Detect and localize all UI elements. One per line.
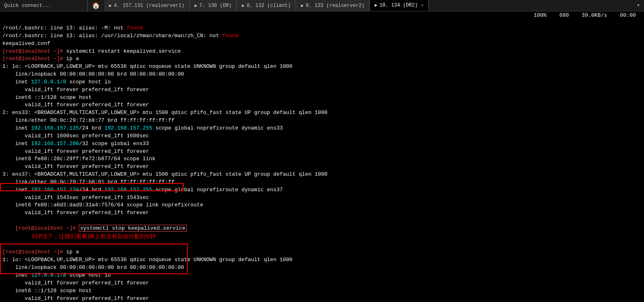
terminal-line-1: /root/.bashrc: line 13: alias: -M: not f…: [2, 25, 642, 32]
tab-label-5: 10. 134 (DR2): [379, 2, 418, 8]
terminal[interactable]: /root/.bashrc: line 13: alias: -M: not f…: [0, 23, 644, 302]
add-tab-button[interactable]: +: [633, 2, 644, 9]
terminal-line-22: inet 192.168.157.134/24 brd 192.168.157.…: [2, 186, 642, 194]
tab-icon-5: ▶: [375, 2, 378, 8]
terminal-line-26: [root@localhost ~]# systemctl stop keepa…: [2, 217, 642, 248]
status-speed: 39.0KB/s: [582, 12, 607, 18]
tab-realserver1[interactable]: ▶ 4. 157.131 (realserver1): [104, 0, 189, 11]
terminal-line-6: 1: lo: <LOOPBACK,UP,LOWER_UP> mtu 65536 …: [2, 63, 642, 71]
tab-dr2[interactable]: ▶ 10. 134 (DR2) ✕: [370, 0, 429, 11]
terminal-line-32: inet6 ::1/128 scope host: [2, 287, 642, 295]
tab-bar: ▶ 4. 157.131 (realserver1) ▶ 7. 130 (DR)…: [104, 0, 633, 11]
terminal-line-5: [root@localhost ~]# ip a: [2, 55, 642, 63]
terminal-line-2: /root/.bashrc: line 13: alias: /usr/loca…: [2, 32, 642, 40]
terminal-line-16: inet 192.168.157.200/32 scope global ens…: [2, 140, 642, 148]
tab-label-1: 4. 157.131 (realserver1): [114, 3, 185, 9]
status-bar: 100% 680 39.0KB/s 00:00: [534, 12, 636, 18]
terminal-line-12: 2: ens33: <BROADCAST,MULTICAST,UP,LOWER_…: [2, 109, 642, 117]
terminal-line-8: inet 127.0.0.1/8 scope host lo: [2, 78, 642, 86]
tab-icon-1: ▶: [109, 3, 112, 8]
tab-icon-2: ▶: [194, 3, 197, 8]
home-button[interactable]: 🏠: [88, 2, 104, 10]
terminal-line-23: valid_lft 1543sec preferred_lft 1543sec: [2, 194, 642, 202]
tab-dr[interactable]: ▶ 7. 130 (DR): [189, 0, 237, 11]
terminal-line-19: valid_lft forever preferred_lft forever: [2, 163, 642, 171]
terminal-line-24: inet6 fe80::a0d3:dad9:31a4:7576/64 scope…: [2, 201, 642, 209]
terminal-line-9: valid_lft forever preferred_lft forever: [2, 86, 642, 94]
terminal-line-28: 1: lo: <LOOPBACK,UP,LOWER_UP> mtu 65536 …: [2, 256, 642, 264]
tab-label-3: 8. 132 (client): [247, 3, 291, 9]
tab-icon-4: ▶: [301, 3, 304, 8]
terminal-line-27: [root@localhost ~]# ip a: [2, 248, 642, 256]
tab-label-2: 7. 130 (DR): [199, 3, 232, 9]
status-percent: 100%: [534, 12, 546, 18]
terminal-line-21: link/ether 00:0c:29:72:b8:81 brd ff:ff:f…: [2, 179, 642, 186]
tab-label-4: 9. 133 (realserver2): [306, 3, 365, 9]
terminal-line-18: inet6 fe80::20c:29ff:fe72:b877/64 scope …: [2, 155, 642, 163]
terminal-line-33: valid_lft forever preferred_lft forever: [2, 295, 642, 302]
terminal-line-29: link/loopback 00:00:00:00:00:00 brd 00:0…: [2, 264, 642, 272]
terminal-line-7: link/loopback 00:00:00:00:00:00 brd 00:0…: [2, 71, 642, 78]
terminal-line-11: valid_lft forever preferred_lft forever: [2, 101, 642, 109]
terminal-line-14: inet 192.168.157.135/24 brd 192.168.157.…: [2, 125, 642, 132]
terminal-line-20: 3: ens37: <BROADCAST,MULTICAST,UP,LOWER_…: [2, 171, 642, 179]
terminal-line-13: link/ether 00:0c:29:72:b8:77 brd ff:ff:f…: [2, 117, 642, 125]
quick-connect[interactable]: Quick connect...: [0, 0, 88, 11]
terminal-line-25: valid_lft forever preferred_lft forever: [2, 209, 642, 217]
tab-client[interactable]: ▶ 8. 132 (client): [237, 0, 296, 11]
tab-realserver2[interactable]: ▶ 9. 133 (realserver2): [296, 0, 370, 11]
status-value: 680: [559, 12, 569, 18]
add-tab-label: +: [637, 2, 640, 9]
tab-icon-3: ▶: [242, 3, 245, 8]
cmd-stop-keepalived: systemctl stop keepalived.service: [79, 225, 186, 232]
terminal-line-17: valid_lft forever preferred_lft forever: [2, 148, 642, 156]
terminal-line-15: valid_lft 1600sec preferred_lft 1600sec: [2, 132, 642, 140]
terminal-line-10: inet6 ::1/128 scope host: [2, 94, 642, 102]
quick-connect-label: Quick connect...: [4, 3, 51, 9]
terminal-line-3: keepalived.conf: [2, 40, 642, 48]
terminal-line-4: [root@localhost ~]# systemctl restart ke…: [2, 48, 642, 56]
terminal-line-31: valid_lft forever preferred_lft forever: [2, 280, 642, 287]
terminal-line-30: inet 127.0.0.1/8 scope host lo: [2, 272, 642, 280]
status-time: 00:00: [620, 12, 636, 18]
vip-annotation: VIP没了，让我们看看DR上有没有自动分配到VIP: [31, 233, 156, 240]
tab-close-5[interactable]: ✕: [421, 2, 424, 8]
titlebar: Quick connect... 🏠 ▶ 4. 157.131 (realser…: [0, 0, 644, 11]
